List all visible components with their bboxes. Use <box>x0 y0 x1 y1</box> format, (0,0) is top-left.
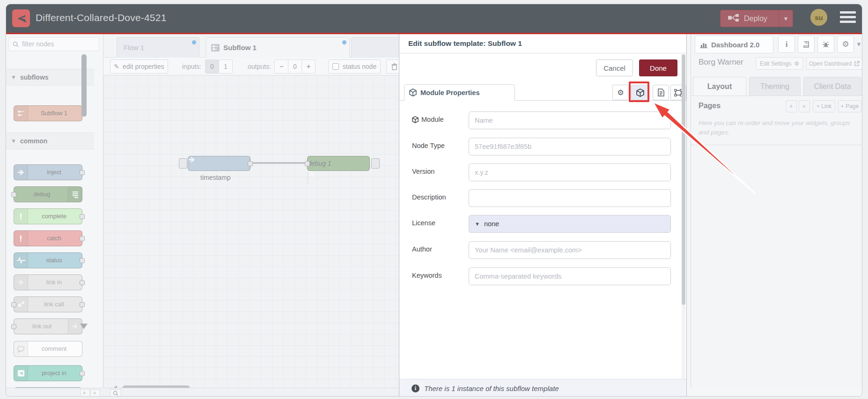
tab-module-properties[interactable]: Module Properties <box>404 84 515 101</box>
done-button[interactable]: Done <box>639 59 677 76</box>
form-row-license: License▼none <box>399 215 686 233</box>
gear-icon[interactable]: ⚙ <box>612 85 629 100</box>
description-input[interactable] <box>469 189 671 207</box>
dialog-scrollbar[interactable] <box>682 54 685 397</box>
cancel-button[interactable]: Cancel <box>596 59 633 76</box>
form-row-description: Description <box>399 189 686 207</box>
header-bar: Different-Collared-Dove-4521 Deploy ▼ su <box>6 4 862 33</box>
form-row-keywords: Keywords <box>399 267 686 285</box>
flowfuse-logo-icon[interactable] <box>12 9 30 27</box>
form-row-version: Version <box>399 163 686 181</box>
info-icon: i <box>412 384 419 392</box>
deploy-label: Deploy <box>744 15 767 23</box>
dialog-footer: i There is 1 instance of this subflow te… <box>399 379 686 397</box>
app-window: Different-Collared-Dove-4521 Deploy ▼ su <box>6 4 862 397</box>
main-menu-button[interactable] <box>840 11 856 24</box>
author-input[interactable] <box>469 241 671 259</box>
field-label: License <box>412 219 435 227</box>
chevron-down-icon: ▼ <box>475 221 480 227</box>
form-row-author: Author <box>399 241 686 259</box>
instance-title: Different-Collared-Dove-4521 <box>36 12 167 23</box>
cube-icon <box>409 89 417 96</box>
field-label: Author <box>412 245 432 253</box>
form-row-module: Module <box>399 111 686 129</box>
license-select[interactable]: ▼none <box>469 215 671 233</box>
keywords-input[interactable] <box>469 267 671 285</box>
field-label: Module <box>412 116 444 123</box>
page: Different-Collared-Dove-4521 Deploy ▼ su <box>0 0 868 399</box>
form-row-node-type: Node Type <box>399 138 686 155</box>
instance-count-message: There is 1 instance of this subflow temp… <box>424 384 559 392</box>
dialog-title: Edit subflow template: Subflow 1 <box>408 39 522 48</box>
version-input[interactable] <box>469 163 671 181</box>
doc-icon[interactable] <box>653 85 669 100</box>
dialog-titlebar: Edit subflow template: Subflow 1 <box>399 34 686 53</box>
deploy-icon <box>728 14 739 23</box>
annotation-highlight-box <box>629 81 649 102</box>
field-label: Node Type <box>412 142 445 149</box>
field-label: Description <box>412 193 446 201</box>
user-avatar[interactable]: su <box>810 9 827 26</box>
module-input[interactable] <box>469 111 671 129</box>
deploy-button[interactable]: Deploy ▼ <box>720 10 793 27</box>
field-label: Keywords <box>412 272 442 279</box>
node-type-input[interactable] <box>469 138 671 155</box>
deploy-options-caret[interactable]: ▼ <box>779 10 793 27</box>
field-label: Version <box>412 168 434 175</box>
